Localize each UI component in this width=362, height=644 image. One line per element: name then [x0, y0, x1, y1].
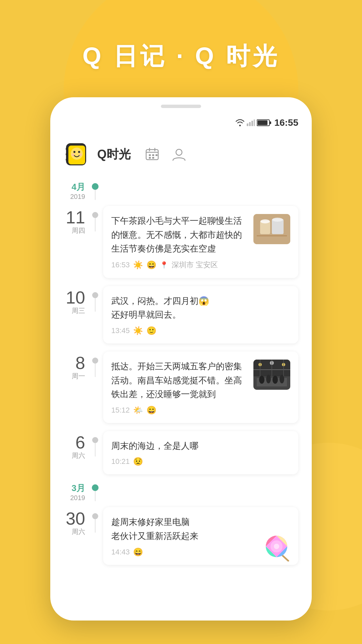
day-week-apr11: 周四 [57, 226, 85, 235]
svg-rect-25 [152, 157, 154, 159]
month-label-march: 3月 [72, 483, 85, 493]
svg-rect-23 [152, 154, 154, 156]
timeline: 4月 2019 11 周四 [50, 174, 312, 617]
svg-point-39 [266, 375, 271, 383]
year-label-april: 2019 [57, 193, 85, 201]
card-meta-apr6: 10:21 😟 [111, 457, 290, 466]
timeline-dot-apr10 [92, 292, 98, 298]
diary-card-apr8[interactable]: 抵达。开始三天两城五客户的密集活动。南昌车站感觉挺不错。坐高铁出差，还没睡够一觉… [103, 352, 298, 423]
day-number-apr11: 11 [57, 209, 85, 226]
calendar-button[interactable] [143, 145, 162, 164]
card-text-apr10: 武汉，闷热。才四月初😱还好明早就回去。 13:45 ☀️ 🙂 [111, 294, 290, 335]
app-logo [64, 141, 90, 168]
card-weather-apr8: 🌤️ [133, 406, 143, 415]
svg-point-14 [73, 151, 75, 153]
month-row-april: 4月 2019 [57, 181, 298, 201]
card-mood-apr6: 😟 [133, 457, 143, 466]
signal-icon [247, 119, 255, 127]
svg-rect-2 [251, 121, 253, 126]
battery-icon [257, 119, 272, 126]
svg-rect-3 [254, 119, 255, 126]
svg-point-15 [78, 151, 80, 153]
card-body-apr10: 武汉，闷热。才四月初😱还好明早就回去。 [111, 294, 290, 322]
card-location-apr11: 深圳市 宝安区 [172, 260, 218, 270]
card-body-apr8: 抵达。开始三天两城五客户的密集活动。南昌车站感觉挺不错。坐高铁出差，还没睡够一觉… [111, 360, 248, 401]
svg-rect-26 [156, 154, 158, 156]
app-header: Q时光 [50, 134, 312, 174]
svg-point-17 [79, 153, 82, 156]
table-row: 8 周一 抵达。开始三天两城五客户的密集活动。南昌车站感觉挺不错。坐高铁出差，还… [57, 352, 298, 423]
table-row: 11 周四 下午茶跟小毛与大平一起聊慢生活的惬意。无不感慨，大都市超快的生活节奏… [57, 206, 298, 278]
svg-rect-22 [149, 154, 151, 156]
timeline-line-mar30 [95, 519, 96, 533]
timeline-dot-apr6 [92, 437, 98, 443]
profile-button[interactable] [170, 145, 188, 164]
card-mood-apr8: 😄 [146, 406, 157, 415]
svg-point-10 [66, 148, 68, 150]
phone-speaker [161, 105, 201, 108]
svg-rect-24 [149, 157, 151, 159]
month-info-april: 4月 2019 [57, 181, 90, 201]
card-time-apr11: 16:53 [111, 261, 130, 269]
svg-rect-1 [249, 122, 251, 126]
timeline-line-apr8 [95, 364, 96, 377]
card-body-apr11: 下午茶跟小毛与大平一起聊慢生活的惬意。无不感慨，大都市超快的生活节奏仿佛是充实在… [111, 214, 248, 256]
card-mood-apr10: 🙂 [146, 326, 157, 335]
month-dot-march [92, 484, 99, 491]
card-content-apr11: 下午茶跟小毛与大平一起聊慢生活的惬意。无不感慨，大都市超快的生活节奏仿佛是充实在… [111, 214, 290, 270]
status-bar: 16:55 [235, 117, 298, 128]
diary-card-apr10[interactable]: 武汉，闷热。才四月初😱还好明早就回去。 13:45 ☀️ 🙂 [103, 286, 298, 343]
svg-point-28 [176, 149, 182, 155]
card-meta-apr11: 16:53 ☀️ 😄 📍 深圳市 宝安区 [111, 260, 248, 270]
svg-rect-0 [247, 123, 248, 126]
phone-frame: 16:55 [50, 97, 312, 621]
card-weather-apr11: ☀️ [133, 260, 143, 270]
day-number-apr10: 10 [57, 289, 85, 306]
timeline-marker-apr10 [90, 286, 100, 312]
card-body-apr6: 周末的海边，全是人哪 [111, 439, 290, 453]
svg-point-32 [260, 219, 270, 223]
timeline-dot-apr11 [92, 212, 98, 218]
svg-point-38 [259, 376, 264, 384]
timeline-line-march-header [95, 491, 96, 501]
card-time-apr10: 13:45 [111, 326, 130, 335]
day-number-apr8: 8 [57, 354, 85, 372]
diary-card-apr6[interactable]: 周末的海边，全是人哪 10:21 😟 [103, 431, 298, 475]
diary-card-apr11[interactable]: 下午茶跟小毛与大平一起聊慢生活的惬意。无不感慨，大都市超快的生活节奏仿佛是充实在… [103, 206, 298, 278]
calendar-icon [145, 147, 160, 162]
card-text-apr6: 周末的海边，全是人哪 10:21 😟 [111, 439, 290, 467]
svg-point-40 [273, 376, 278, 384]
card-mood-apr11: 😄 [146, 260, 157, 270]
wifi-icon [235, 119, 245, 126]
card-mood-mar30: 😄 [133, 547, 143, 557]
month-row-march: 3月 2019 [57, 482, 298, 502]
month-dot-april [92, 183, 99, 190]
status-time: 16:55 [274, 117, 298, 128]
user-icon [172, 147, 186, 162]
card-image-apr8 [253, 360, 290, 390]
card-meta-apr10: 13:45 ☀️ 🙂 [111, 326, 290, 335]
card-text-apr11: 下午茶跟小毛与大平一起聊慢生活的惬意。无不感慨，大都市超快的生活节奏仿佛是充实在… [111, 214, 248, 270]
app-name: Q时光 [97, 146, 131, 163]
day-info-apr6: 6 周六 [57, 431, 90, 460]
header-icons [143, 145, 188, 164]
timeline-line-apr6 [95, 443, 96, 457]
timeline-line [95, 190, 96, 200]
day-week-apr6: 周六 [57, 451, 85, 460]
day-info-apr10: 10 周三 [57, 286, 90, 315]
card-content-apr8: 抵达。开始三天两城五客户的密集活动。南昌车站感觉挺不错。坐高铁出差，还没睡够一觉… [111, 360, 290, 415]
timeline-dot-apr8 [92, 358, 98, 364]
app-content: Q时光 [50, 134, 312, 621]
card-meta-apr8: 15:12 🌤️ 😄 [111, 406, 248, 415]
status-icons [235, 119, 272, 127]
card-image-apr11 [253, 214, 290, 244]
timeline-marker-apr11 [90, 206, 100, 231]
year-label-march: 2019 [57, 494, 85, 502]
card-text-apr8: 抵达。开始三天两城五客户的密集活动。南昌车站感觉挺不错。坐高铁出差，还没睡够一觉… [111, 360, 248, 415]
svg-point-11 [66, 153, 68, 156]
table-row: 10 周三 武汉，闷热。才四月初😱还好明早就回去。 13:45 ☀️ [57, 286, 298, 343]
card-time-mar30: 14:43 [111, 548, 130, 556]
diary-card-mar30[interactable]: 趁周末修好家里电脑老伙计又重新活跃起来 14:43 😄 [103, 507, 298, 565]
table-row: 30 周六 趁周末修好家里电脑老伙计又重新活跃起来 14:43 😄 [57, 507, 298, 565]
card-weather-apr10: ☀️ [133, 326, 143, 335]
